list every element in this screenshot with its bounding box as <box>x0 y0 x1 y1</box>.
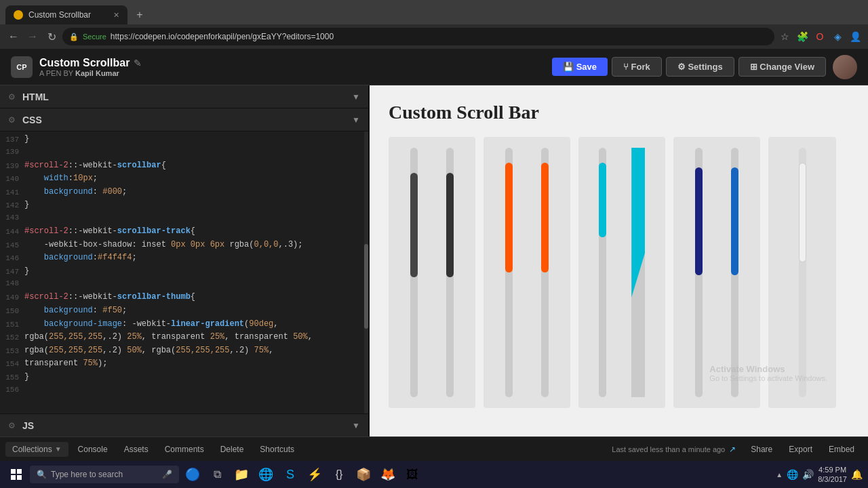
taskbar-mic-icon[interactable]: 🎤 <box>162 470 172 479</box>
fork-button[interactable]: ⑂ Fork <box>612 57 662 77</box>
scrollbar-thumb-5a[interactable] <box>799 163 806 262</box>
scrollbar-thumb-4b[interactable] <box>731 167 738 274</box>
css-tab-gear-icon: ⚙ <box>8 115 16 125</box>
scrollbar-demo-4 <box>673 137 760 408</box>
html-tab-gear-icon: ⚙ <box>8 92 16 102</box>
scrollbar-track-3b[interactable] <box>631 148 645 397</box>
scrollbar-track-3a[interactable] <box>599 148 606 397</box>
code-line-145: 145 -webkit-box-shadow: inset 0px 0px 6p… <box>0 239 368 252</box>
assets-button[interactable]: Assets <box>117 442 155 457</box>
scrollbar-track-1b[interactable] <box>446 148 454 397</box>
line-content-150: background: #f50; <box>24 304 127 318</box>
shortcuts-button[interactable]: Shortcuts <box>253 442 301 457</box>
scrollbar-track-1a[interactable] <box>410 148 418 397</box>
taskbar-icon-vscode[interactable]: ⚡ <box>304 464 326 485</box>
scrollbar-thumb-4a[interactable] <box>695 167 703 274</box>
wallet-icon[interactable]: ◈ <box>830 29 845 44</box>
scrollbar-thumb-3a[interactable] <box>599 163 606 237</box>
code-line-137: 137 } <box>0 133 368 146</box>
notification-icon[interactable]: 🔔 <box>851 469 863 480</box>
scrollbar-track-4b[interactable] <box>731 148 738 397</box>
nav-refresh-button[interactable]: ↻ <box>43 28 60 45</box>
line-num-143: 143 <box>0 212 24 225</box>
js-tab[interactable]: ⚙ JS ▼ <box>0 413 368 436</box>
tab-favicon <box>14 10 23 20</box>
taskbar-icon-task-view[interactable]: ⧉ <box>206 464 228 485</box>
line-num-152: 152 <box>0 331 24 344</box>
editor-scrollbar-thumb[interactable] <box>364 244 368 329</box>
console-button[interactable]: Console <box>71 442 115 457</box>
opera-icon[interactable]: O <box>812 29 827 44</box>
line-num-137: 137 <box>0 133 24 146</box>
pen-title: Custom Scrollbar <box>39 57 130 69</box>
js-tab-chevron-icon: ▼ <box>352 421 360 430</box>
address-bar[interactable]: 🔒 Secure https://codepen.io/codepenforka… <box>62 28 774 45</box>
scrollbar-track-5a[interactable] <box>799 148 806 397</box>
extensions-icon[interactable]: 🧩 <box>795 29 810 44</box>
line-content-146: background:#f4f4f4; <box>24 251 137 265</box>
html-tab[interactable]: ⚙ HTML ▼ <box>0 85 368 108</box>
save-button[interactable]: 💾 Save <box>552 58 608 76</box>
collections-label: Collections <box>12 445 52 454</box>
line-num-156: 156 <box>0 384 24 397</box>
taskbar-icon-firefox[interactable]: 🦊 <box>377 464 399 485</box>
nav-forward-button[interactable]: → <box>24 28 41 45</box>
taskbar-search-bar[interactable]: 🔍 Type here to search 🎤 <box>30 466 179 483</box>
embed-button[interactable]: Embed <box>821 442 863 457</box>
scrollbar-thumb-2a[interactable] <box>505 163 513 272</box>
app-container: CP Custom Scrollbar ✎ A PEN BY Kapil Kum… <box>0 49 868 461</box>
css-tab[interactable]: ⚙ CSS ▼ <box>0 108 368 131</box>
line-content-141: background: #000; <box>24 186 127 199</box>
taskbar-icon-photos[interactable]: 🖼 <box>401 464 423 485</box>
line-num-153: 153 <box>0 344 24 358</box>
tray-datetime[interactable]: 4:59 PM 8/3/2017 <box>818 465 847 485</box>
share-button[interactable]: Share <box>743 442 781 457</box>
taskbar-icon-app7[interactable]: 📦 <box>353 464 374 485</box>
edit-title-icon[interactable]: ✎ <box>134 58 142 68</box>
comments-button[interactable]: Comments <box>158 442 211 457</box>
collections-dropdown[interactable]: Collections ▼ <box>5 442 68 457</box>
change-view-button[interactable]: ⊞ Change View <box>738 57 826 77</box>
shortcuts-label: Shortcuts <box>260 445 294 454</box>
status-external-link-icon[interactable]: ↗ <box>729 445 736 454</box>
scrollbar-track-2b[interactable] <box>541 148 549 397</box>
scrollbar-thumb-1a[interactable] <box>410 173 418 278</box>
profile-icon[interactable]: 👤 <box>848 29 863 44</box>
export-button[interactable]: Export <box>781 442 821 457</box>
taskbar-icon-brackets[interactable]: {} <box>328 464 350 485</box>
code-line-143: 143 <box>0 212 368 225</box>
line-content-144: #scroll-2::-webkit-scrollbar-track{ <box>24 225 195 239</box>
taskbar-icon-cortana[interactable]: 🔵 <box>182 464 203 485</box>
line-num-139: 139 <box>0 159 24 173</box>
bookmark-icon[interactable]: ☆ <box>777 29 792 44</box>
taskbar-icon-explorer[interactable]: 📁 <box>231 464 252 485</box>
scrollbar-track-4a[interactable] <box>695 148 703 397</box>
line-content-137: } <box>24 133 29 146</box>
comments-label: Comments <box>165 445 204 454</box>
start-button[interactable] <box>5 464 27 485</box>
scrollbar-thumb-1b[interactable] <box>446 173 454 278</box>
scrollbar-thumb-3b[interactable] <box>631 148 645 298</box>
line-num-145: 145 <box>0 239 24 252</box>
delete-button[interactable]: Delete <box>214 442 251 457</box>
code-line-142: 142 } <box>0 199 368 212</box>
active-browser-tab[interactable]: Custom Scrollbar ✕ <box>5 5 127 24</box>
taskbar-icon-chrome[interactable]: 🌐 <box>255 464 277 485</box>
tab-close-icon[interactable]: ✕ <box>113 11 119 20</box>
nav-back-button[interactable]: ← <box>5 28 22 45</box>
code-editor[interactable]: 137 } 139 139 #scroll-2::-webkit-scrollb… <box>0 131 368 413</box>
tray-up-arrow[interactable]: ▲ <box>776 471 783 479</box>
tray-volume-icon[interactable]: 🔊 <box>802 469 814 480</box>
user-avatar[interactable] <box>833 55 857 79</box>
taskbar-icon-skype[interactable]: S <box>279 464 301 485</box>
tray-network-icon[interactable]: 🌐 <box>787 469 798 480</box>
line-num-155: 155 <box>0 371 24 384</box>
editor-scrollbar-track[interactable] <box>364 131 368 413</box>
taskbar-search-icon: 🔍 <box>37 470 47 479</box>
scrollbar-demos <box>389 137 849 408</box>
line-num-140: 140 <box>0 172 24 186</box>
scrollbar-thumb-2b[interactable] <box>541 163 549 272</box>
scrollbar-track-2a[interactable] <box>505 148 513 397</box>
settings-button[interactable]: ⚙ Settings <box>666 57 734 77</box>
new-tab-button[interactable]: + <box>130 5 149 24</box>
